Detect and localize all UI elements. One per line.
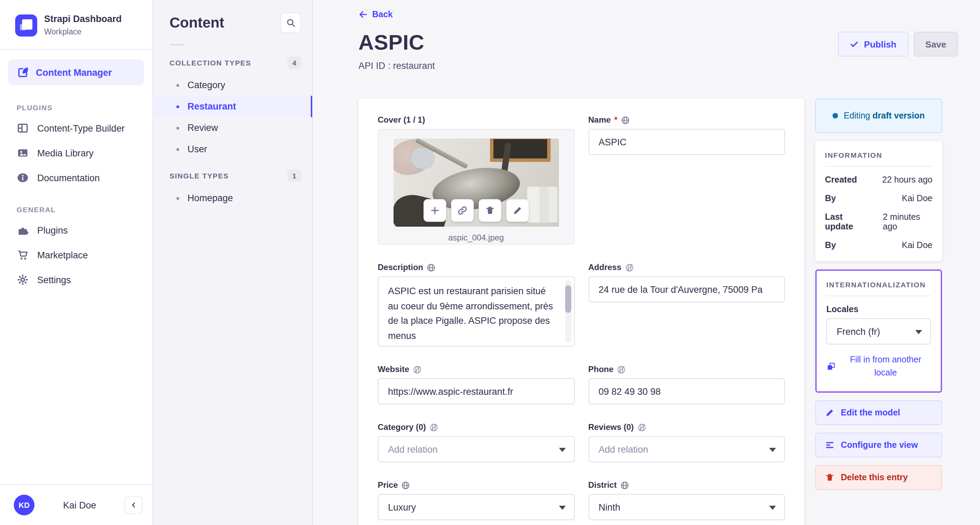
sidebar-item-review[interactable]: Review — [153, 117, 312, 138]
sidebar-item-restaurant[interactable]: Restaurant — [153, 96, 312, 117]
collapse-sidebar-button[interactable] — [125, 496, 143, 514]
trash-icon — [825, 473, 835, 482]
sub-item-label: Review — [188, 123, 218, 133]
reviews-relation-select[interactable]: Add relation — [588, 436, 785, 462]
user-row: KD Kai Doe — [0, 484, 152, 525]
sidebar-item-content-manager[interactable]: Content Manager — [8, 60, 144, 86]
configure-view-button[interactable]: Configure the view — [815, 433, 942, 458]
reviews-label: Reviews (0) — [588, 422, 634, 432]
globe-icon — [621, 115, 630, 124]
name-input[interactable] — [588, 129, 785, 155]
sub-item-label: Category — [188, 80, 225, 90]
cover-media-box: aspic_004.jpeg — [378, 129, 574, 245]
phone-field-group: Phone — [588, 364, 785, 404]
sidebar-item-label: Settings — [37, 275, 71, 285]
caret-down-icon — [558, 506, 565, 510]
description-label: Description — [378, 262, 423, 272]
sidebar-item-documentation[interactable]: Documentation — [0, 166, 152, 191]
sidebar-item-user[interactable]: User — [153, 138, 312, 160]
internationalization-title: INTERNATIONALIZATION — [826, 280, 931, 289]
locales-label: Locales — [826, 304, 931, 314]
strapi-logo-icon — [15, 14, 37, 36]
avatar[interactable]: KD — [14, 495, 35, 515]
add-media-button[interactable] — [423, 199, 446, 222]
description-textarea[interactable]: ASPIC est un restaurant parisien situé a… — [378, 276, 574, 347]
sidebar-item-settings[interactable]: Settings — [0, 268, 152, 293]
category-relation-select[interactable]: Add relation — [378, 436, 574, 462]
caret-down-icon — [915, 330, 922, 334]
copy-link-button[interactable] — [451, 199, 474, 222]
bullet-icon — [177, 126, 179, 129]
single-types-label: SINGLE TYPES — [170, 172, 229, 180]
status-dot-icon — [833, 113, 838, 118]
sidebar-item-plugins[interactable]: Plugins — [0, 218, 152, 243]
website-input[interactable] — [378, 378, 574, 404]
content-panel-title: Content — [170, 14, 224, 31]
globe-slash-icon — [617, 365, 626, 374]
info-row-last-update: Last update 2 minutes ago — [825, 212, 932, 232]
district-field-group: District Ninth — [588, 480, 785, 520]
sidebar-item-content-type-builder[interactable]: Content-Type Builder — [0, 116, 152, 141]
sidebar-item-marketplace[interactable]: Marketplace — [0, 243, 152, 268]
main-sidebar: Strapi Dashboard Workplace Content Manag… — [0, 0, 153, 525]
plus-icon — [430, 205, 440, 216]
cover-label: Cover (1 / 1) — [378, 115, 425, 125]
edit-media-button[interactable] — [506, 199, 529, 222]
cover-filename: aspic_004.jpeg — [379, 233, 574, 242]
documentation-info-icon — [16, 172, 29, 184]
sidebar-item-category[interactable]: Category — [153, 75, 312, 96]
delete-entry-button[interactable]: Delete this entry — [815, 465, 942, 490]
check-icon — [850, 40, 858, 49]
collection-types-count: 4 — [287, 57, 301, 69]
info-row-created: Created 22 hours ago — [825, 175, 932, 185]
description-field-group: Description ASPIC est un restaurant pari… — [378, 262, 574, 347]
photo-containers — [527, 187, 558, 223]
main-content: Back ASPIC API ID : restaurant Publish S… — [313, 0, 980, 525]
single-types-count: 1 — [287, 170, 301, 182]
price-field-group: Price Luxury — [378, 480, 574, 520]
delete-media-button[interactable] — [479, 199, 501, 222]
back-link[interactable]: Back — [358, 10, 393, 19]
plugins-puzzle-icon — [16, 224, 29, 237]
address-label: Address — [588, 262, 621, 272]
caret-down-icon — [769, 506, 776, 510]
pencil-icon — [825, 408, 835, 417]
fill-from-locale-link[interactable]: Fill in from another locale — [826, 353, 931, 380]
cover-image[interactable] — [393, 138, 559, 227]
chevron-left-icon — [130, 501, 137, 509]
caret-down-icon — [769, 448, 776, 452]
price-select[interactable]: Luxury — [378, 494, 574, 520]
divider — [0, 49, 152, 50]
website-field-group: Website — [378, 364, 574, 404]
publish-button[interactable]: Publish — [838, 32, 908, 57]
sidebar-item-media-library[interactable]: Media Library — [0, 141, 152, 166]
district-select[interactable]: Ninth — [588, 494, 785, 520]
save-button[interactable]: Save — [913, 32, 958, 57]
caret-down-icon — [558, 448, 565, 452]
divider — [170, 44, 185, 46]
category-field-group: Category (0) Add relation — [378, 422, 574, 462]
sub-item-label: Homepage — [188, 193, 233, 203]
search-button[interactable] — [280, 13, 301, 33]
info-row-created-by: By Kai Doe — [825, 194, 932, 203]
content-type-builder-icon — [16, 122, 29, 135]
page-title: ASPIC — [358, 30, 435, 55]
address-input[interactable] — [588, 276, 785, 302]
name-label: Name — [588, 115, 611, 125]
sidebar-item-label: Content-Type Builder — [37, 123, 125, 134]
settings-gear-icon — [16, 274, 29, 286]
entry-form-card: Cover (1 / 1) — [358, 99, 804, 525]
phone-input[interactable] — [588, 378, 785, 404]
brand-subtitle: Workplace — [44, 27, 122, 37]
scrollbar-thumb[interactable] — [565, 285, 571, 313]
bullet-icon — [177, 84, 179, 86]
phone-label: Phone — [588, 364, 613, 374]
edit-model-button[interactable]: Edit the model — [815, 400, 942, 425]
link-icon — [457, 205, 468, 216]
sidebar-item-label: Marketplace — [37, 250, 88, 261]
locale-select[interactable]: French (fr) — [826, 318, 931, 345]
sub-item-label: Restaurant — [188, 101, 236, 111]
information-title: INFORMATION — [825, 151, 932, 159]
sidebar-item-homepage[interactable]: Homepage — [153, 188, 312, 209]
name-field-group: Name* — [588, 115, 785, 245]
